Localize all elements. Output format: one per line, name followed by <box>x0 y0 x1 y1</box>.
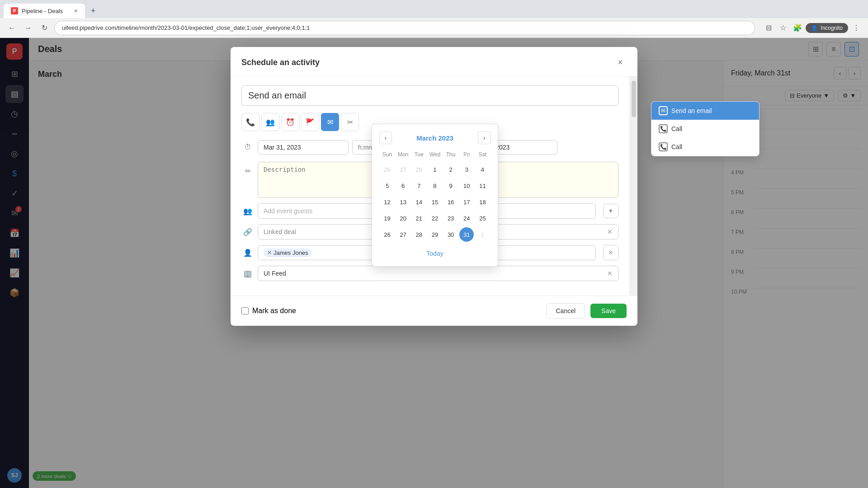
incognito-icon: 👤 <box>811 25 818 31</box>
cast-icon[interactable]: ⊟ <box>762 22 775 34</box>
cal-next-btn[interactable]: › <box>478 131 491 144</box>
contact-clear-btn[interactable]: ✕ <box>603 245 618 260</box>
org-input[interactable]: UI Feed ✕ <box>258 266 618 281</box>
cal-day-3[interactable]: 3 <box>459 162 474 177</box>
bookmark-icon[interactable]: ☆ <box>777 22 789 34</box>
cal-header-wed: Wed <box>427 150 443 160</box>
scrollbar-thumb[interactable] <box>632 81 636 117</box>
cal-day-31[interactable]: 31 <box>459 227 474 242</box>
modal-footer: Mark as done Cancel Save <box>231 296 637 326</box>
dropdown-call-label-1: Call <box>671 125 682 132</box>
cal-day-24[interactable]: 24 <box>459 211 474 225</box>
cal-day-12[interactable]: 12 <box>380 195 395 209</box>
cal-day-21[interactable]: 21 <box>412 211 426 225</box>
schedule-activity-modal: Schedule an activity × 📞 👥 ⏰ <box>231 47 637 326</box>
cal-day-8[interactable]: 8 <box>428 178 442 193</box>
cal-day-headers: Sun Mon Tue Wed Thu Fri Sat <box>379 150 491 160</box>
tab-close-btn[interactable]: × <box>74 7 78 14</box>
cal-header-tue: Tue <box>411 150 427 160</box>
cal-days: 26 27 28 1 2 3 4 5 6 7 8 9 10 11 12 13 1… <box>379 161 491 243</box>
dropdown-call-label-2: Call <box>671 143 682 150</box>
cal-header-fri: Fri <box>459 150 475 160</box>
activity-type-dropdown: ✉ Send an email 📞 Call 📞 Call <box>651 101 760 156</box>
cal-header-sat: Sat <box>475 150 491 160</box>
incognito-button[interactable]: 👤 Incognito <box>806 23 848 33</box>
cal-day-18[interactable]: 18 <box>475 195 490 209</box>
cal-day-26-prev[interactable]: 26 <box>380 162 395 177</box>
cal-day-30[interactable]: 30 <box>443 227 458 242</box>
cal-day-1-next[interactable]: 1 <box>475 227 490 242</box>
address-bar: ← → ↻ uifeed.pipedrive.com/timeline/mont… <box>0 18 868 38</box>
cal-day-20[interactable]: 20 <box>396 211 410 225</box>
today-button[interactable]: Today <box>421 248 448 259</box>
people-icon: 👥 <box>266 118 275 127</box>
cal-day-17[interactable]: 17 <box>459 195 474 209</box>
dropdown-item-call-2[interactable]: 📞 Call <box>651 138 759 156</box>
participants-type-btn[interactable]: 👥 <box>261 113 279 131</box>
cal-day-6[interactable]: 6 <box>396 178 410 193</box>
forward-button[interactable]: → <box>22 22 34 34</box>
cal-day-19[interactable]: 19 <box>380 211 395 225</box>
activity-title-input[interactable] <box>241 85 618 106</box>
save-button[interactable]: Save <box>590 304 627 318</box>
modal-close-button[interactable]: × <box>614 56 627 69</box>
mark-as-done-checkbox[interactable] <box>241 307 249 314</box>
cal-day-11[interactable]: 11 <box>475 178 490 193</box>
cal-day-29[interactable]: 29 <box>428 227 442 242</box>
browser-chrome: P Pipeline - Deals × + ← → ↻ uifeed.pipe… <box>0 0 868 38</box>
other-type-btn[interactable]: ✂ <box>341 113 359 131</box>
reminder-type-btn[interactable]: ⏰ <box>281 113 299 131</box>
cal-day-16[interactable]: 16 <box>443 195 458 209</box>
calendar-dropdown: ‹ March 2023 › Sun Mon Tue Wed Thu Fri S… <box>372 124 498 267</box>
cal-day-23[interactable]: 23 <box>443 211 458 225</box>
browser-actions: ⊟ ☆ 🧩 👤 Incognito ⋮ <box>762 22 863 34</box>
cal-day-15[interactable]: 15 <box>428 195 442 209</box>
guests-placeholder: Add event guests <box>264 207 312 215</box>
description-icon: ✏ <box>241 164 254 177</box>
menu-icon[interactable]: ⋮ <box>850 22 863 34</box>
mark-as-done-label: Mark as done <box>252 307 296 315</box>
org-clear-btn[interactable]: ✕ <box>607 270 613 277</box>
extensions-icon[interactable]: 🧩 <box>791 22 804 34</box>
cal-day-27[interactable]: 27 <box>396 227 410 242</box>
task-type-btn[interactable]: 🚩 <box>301 113 319 131</box>
contact-name: James Jones <box>274 249 308 256</box>
new-tab-button[interactable]: + <box>87 5 99 17</box>
contact-tag-remove[interactable]: ✕ <box>267 249 272 256</box>
org-row: 🏢 UI Feed ✕ <box>241 266 618 281</box>
cal-day-7[interactable]: 7 <box>412 178 426 193</box>
tab-title: Pipeline - Deals <box>22 8 63 14</box>
call-type-btn[interactable]: 📞 <box>241 113 259 131</box>
dropdown-call-icon-1: 📞 <box>659 124 668 133</box>
cal-day-22[interactable]: 22 <box>428 211 442 225</box>
cal-day-25[interactable]: 25 <box>475 211 490 225</box>
refresh-button[interactable]: ↻ <box>38 22 51 34</box>
cal-day-10[interactable]: 10 <box>459 178 474 193</box>
cal-day-4[interactable]: 4 <box>475 162 490 177</box>
dropdown-item-email[interactable]: ✉ Send an email <box>651 102 759 120</box>
cal-day-26[interactable]: 26 <box>380 227 395 242</box>
cal-day-13[interactable]: 13 <box>396 195 410 209</box>
back-button[interactable]: ← <box>5 22 18 34</box>
email-type-btn[interactable]: ✉ <box>321 113 339 131</box>
active-tab[interactable]: P Pipeline - Deals × <box>4 4 85 18</box>
cal-day-28-prev[interactable]: 28 <box>412 162 426 177</box>
linked-deal-clear-btn[interactable]: ✕ <box>607 228 613 235</box>
cal-day-28[interactable]: 28 <box>412 227 426 242</box>
url-bar[interactable]: uifeed.pipedrive.com/timeline/month/2023… <box>54 21 755 35</box>
cal-day-5[interactable]: 5 <box>380 178 395 193</box>
cal-prev-btn[interactable]: ‹ <box>379 131 392 144</box>
dropdown-item-call-1[interactable]: 📞 Call <box>651 120 759 138</box>
cal-day-2[interactable]: 2 <box>443 162 458 177</box>
dropdown-call-icon-2: 📞 <box>659 142 668 151</box>
clock-icon: ⏰ <box>286 118 295 127</box>
cal-day-27-prev[interactable]: 27 <box>396 162 410 177</box>
cal-day-14[interactable]: 14 <box>412 195 426 209</box>
cancel-button[interactable]: Cancel <box>546 303 585 319</box>
cal-day-1[interactable]: 1 <box>428 162 442 177</box>
cal-header-thu: Thu <box>443 150 459 160</box>
start-date-input[interactable] <box>258 140 349 155</box>
calendar-header: ‹ March 2023 › <box>379 131 491 144</box>
cal-day-9[interactable]: 9 <box>443 178 458 193</box>
link-icon: 🔗 <box>241 225 254 238</box>
